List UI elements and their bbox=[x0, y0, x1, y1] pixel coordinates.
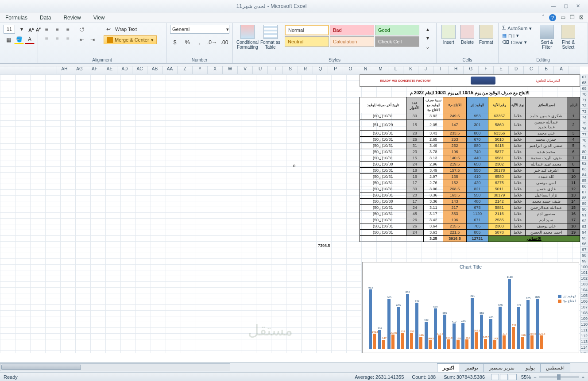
style-calculation[interactable]: Calculation bbox=[330, 36, 374, 47]
table-row[interactable]: 10كلد عبيدهخلاط65804101382.971610/31(ل50… bbox=[360, 174, 580, 180]
font-color-icon[interactable]: A bbox=[25, 35, 35, 44]
font-size-input[interactable] bbox=[4, 25, 15, 34]
row-header[interactable]: 93 bbox=[580, 224, 588, 230]
row-header[interactable]: 84 bbox=[580, 172, 588, 178]
sheet-tab[interactable]: يوليو bbox=[520, 363, 541, 372]
dropdown-icon[interactable]: ▾ bbox=[151, 37, 154, 43]
autosum-button[interactable]: AutoSum bbox=[507, 26, 527, 31]
delete-button[interactable]: Delete bbox=[459, 25, 476, 45]
sheet-tabs[interactable]: اغسطسيوليوتقرير سبتمبرنوفمبراكتوبر bbox=[0, 362, 588, 372]
increase-indent-icon[interactable]: ⇥ bbox=[88, 35, 97, 44]
row-header[interactable]: 113 bbox=[580, 339, 588, 345]
style-neutral[interactable]: Neutral bbox=[285, 36, 329, 47]
table-row[interactable]: 9اشرف كلد خيرخلاط38178550157.53.491810/3… bbox=[360, 168, 580, 174]
styles-scroll-up-icon[interactable]: ▴ bbox=[423, 25, 433, 34]
column-header[interactable]: M bbox=[373, 66, 388, 74]
sheet-tab[interactable]: اكتوبر bbox=[437, 363, 460, 372]
row-header[interactable]: 79 bbox=[580, 143, 588, 149]
row-header[interactable]: 98 bbox=[580, 253, 588, 258]
column-header[interactable]: L bbox=[388, 66, 403, 74]
row-header[interactable]: 80 bbox=[580, 149, 588, 155]
column-headers[interactable]: ABCDEFGHIJKLMNOPQRSTUVWXYZAAABACADAEAFAG… bbox=[0, 66, 580, 74]
align-top-icon[interactable]: ≡ bbox=[42, 25, 51, 34]
column-header[interactable]: R bbox=[298, 66, 313, 74]
zoom-control[interactable]: 55% − + bbox=[521, 374, 584, 380]
table-row[interactable]: 6محمد عبدهخلاط58777401963.782310/31(ل50) bbox=[360, 149, 580, 155]
row-header[interactable]: 77 bbox=[580, 132, 588, 138]
increase-decimal-icon[interactable]: .0→ bbox=[207, 38, 217, 47]
horizontal-scrollbar[interactable] bbox=[0, 363, 230, 371]
column-header[interactable]: AC bbox=[132, 66, 147, 74]
column-header[interactable] bbox=[569, 66, 580, 74]
column-header[interactable]: Z bbox=[177, 66, 192, 74]
row-header[interactable]: 97 bbox=[580, 247, 588, 253]
align-center-icon[interactable]: ≡ bbox=[52, 35, 62, 43]
sheet-tab[interactable]: تقرير سبتمبر bbox=[484, 363, 520, 372]
column-header[interactable]: P bbox=[328, 66, 343, 74]
row-header[interactable]: 82 bbox=[580, 161, 588, 166]
zoom-out-icon[interactable]: − bbox=[534, 374, 536, 380]
column-header[interactable]: AB bbox=[147, 66, 162, 74]
column-header[interactable]: N bbox=[358, 66, 373, 74]
row-header[interactable]: 85 bbox=[580, 178, 588, 184]
column-header[interactable]: F bbox=[478, 66, 493, 74]
orientation-icon[interactable]: ⭯ bbox=[77, 25, 87, 34]
column-header[interactable]: E bbox=[493, 66, 508, 74]
help-icon[interactable]: ? bbox=[549, 14, 556, 21]
wrap-text-button[interactable]: Wrap Text bbox=[115, 27, 137, 32]
row-header[interactable]: 106 bbox=[580, 299, 588, 304]
row-header[interactable]: 68 bbox=[580, 80, 588, 86]
row-header[interactable]: 100 bbox=[580, 264, 588, 270]
column-header[interactable]: D bbox=[508, 66, 523, 74]
row-header[interactable]: 102 bbox=[580, 276, 588, 281]
style-check-cell[interactable]: Check Cell bbox=[375, 36, 419, 47]
row-header[interactable]: 96 bbox=[580, 241, 588, 247]
column-header[interactable]: I bbox=[433, 66, 448, 74]
table-row[interactable]: 17سيد ادمخلاط25356711963.422610/31(ل50) bbox=[360, 217, 580, 223]
decrease-indent-icon[interactable]: ⇤ bbox=[77, 35, 87, 44]
align-right-icon[interactable]: ≡ bbox=[63, 35, 73, 43]
row-header[interactable]: 94 bbox=[580, 230, 588, 235]
row-header[interactable]: 87 bbox=[580, 189, 588, 195]
table-row[interactable]: 15عبدالله عبدالرحمنخلاط58816752173.11241… bbox=[360, 205, 580, 211]
table-row[interactable]: 4حمزي محمدخلاط50106702532.652610/31(ل50) bbox=[360, 137, 580, 143]
column-header[interactable]: G bbox=[463, 66, 478, 74]
column-header[interactable]: K bbox=[403, 66, 418, 74]
format-as-table-button[interactable]: Format as Table bbox=[260, 25, 280, 50]
table-row[interactable]: 14طيف حميد محمدخلاط21424801433.361710/30… bbox=[360, 199, 580, 205]
comma-icon[interactable]: , bbox=[195, 38, 205, 47]
column-header[interactable]: W bbox=[222, 66, 237, 74]
row-header[interactable]: 95 bbox=[580, 235, 588, 241]
number-format-select[interactable]: General▾ bbox=[170, 25, 229, 34]
zoom-in-icon[interactable]: + bbox=[582, 374, 584, 380]
close-icon[interactable]: ✕ bbox=[576, 3, 580, 9]
align-bottom-icon[interactable]: ≡ bbox=[63, 25, 73, 34]
table-row[interactable]: 2عبدالله حسين عبدالحميدخلاط58603011472.0… bbox=[360, 119, 580, 131]
percent-icon[interactable]: % bbox=[182, 38, 192, 47]
sheet-tab[interactable]: نوفمبر bbox=[460, 363, 484, 372]
table-row[interactable]: 7ضيف البيت ضحمةخلاط6581440140.53.131510/… bbox=[360, 155, 580, 162]
column-header[interactable]: S bbox=[282, 66, 298, 74]
column-header[interactable]: C bbox=[523, 66, 538, 74]
row-header[interactable]: 104 bbox=[580, 287, 588, 293]
column-header[interactable]: AG bbox=[72, 66, 87, 74]
row-header[interactable]: 72 bbox=[580, 103, 588, 109]
row-header[interactable]: 107 bbox=[580, 304, 588, 310]
clear-icon[interactable]: ⌫ bbox=[502, 39, 509, 45]
window-restore-icon[interactable]: ❐ bbox=[570, 14, 575, 21]
row-header[interactable]: 101 bbox=[580, 270, 588, 276]
column-header[interactable]: AA bbox=[162, 66, 177, 74]
table-row[interactable]: 12غازي حسنخلاط5011821268.53.063010/31(ل5… bbox=[360, 186, 580, 192]
table-row[interactable]: 1شكري حسين حامدخلاط63357953249.53.823010… bbox=[360, 113, 580, 119]
increase-font-icon[interactable]: A▴ bbox=[28, 26, 34, 33]
row-header[interactable]: 90 bbox=[580, 207, 588, 212]
row-header[interactable]: 78 bbox=[580, 138, 588, 143]
tab-data[interactable]: Data bbox=[40, 15, 51, 21]
row-header[interactable]: 99 bbox=[580, 258, 588, 264]
table-row[interactable]: 5صفي الدين ابراهيمخلاط64188802523.493110… bbox=[360, 143, 580, 149]
table-row[interactable]: 18علي يوسفخلاط2303785215.53.642610/31(ل5… bbox=[360, 223, 580, 230]
table-row[interactable]: 13نزار اسماعيلخلاط38179550163.53.362010/… bbox=[360, 192, 580, 199]
view-buttons[interactable] bbox=[491, 374, 517, 380]
column-header[interactable]: Y bbox=[192, 66, 207, 74]
row-header[interactable]: 86 bbox=[580, 184, 588, 189]
